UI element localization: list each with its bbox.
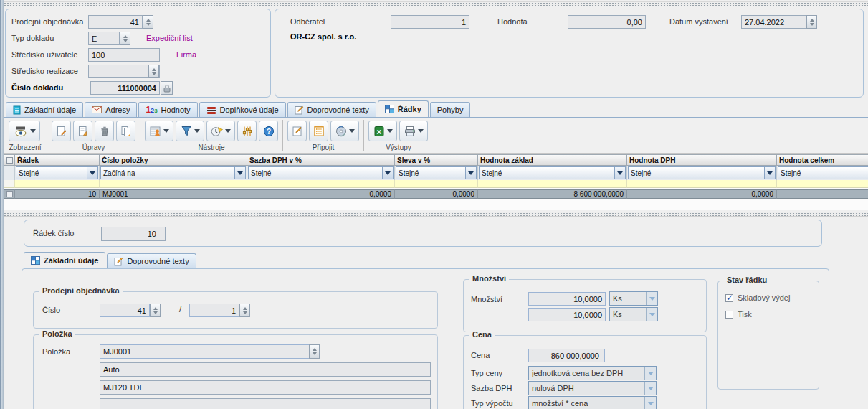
print-button[interactable]: [399, 121, 428, 141]
settings-button[interactable]: [237, 121, 257, 141]
dropdown-arrow-icon[interactable]: [465, 167, 476, 179]
filter-input-radek[interactable]: [15, 180, 100, 188]
row-select-checkbox[interactable]: [6, 191, 13, 197]
column-header-hodnota-dph[interactable]: Hodnota DPH: [627, 154, 777, 166]
tab-adresy[interactable]: Adresy: [85, 102, 137, 117]
history-refresh-button[interactable]: [206, 121, 235, 141]
cell-sazba-dph[interactable]: 0,0000: [247, 189, 395, 199]
stock-issue-checkbox[interactable]: [725, 294, 733, 302]
filter-combo-hodnota-celkem[interactable]: Stejné: [778, 166, 868, 179]
middle-splitter-handle[interactable]: [4, 212, 868, 217]
cell-radek[interactable]: 10: [15, 189, 100, 199]
suborder-number-spinner[interactable]: [239, 304, 250, 317]
edit-record-button[interactable]: [73, 121, 92, 141]
attach-media-button[interactable]: [330, 121, 359, 141]
cell-hodnota-dph[interactable]: 0,0000: [627, 189, 777, 199]
filter-combo-hodnota-dph[interactable]: Stejné: [628, 166, 776, 179]
doc-type-field[interactable]: E: [88, 32, 120, 45]
user-center-field[interactable]: 100: [88, 48, 160, 62]
dropdown-arrow-icon: [644, 397, 656, 409]
dropdown-arrow-icon[interactable]: [234, 167, 245, 179]
column-header-hodnota-zaklad[interactable]: Hodnota základ: [478, 154, 627, 166]
new-record-button[interactable]: [52, 121, 71, 141]
filter-input-cislo-polozky[interactable]: [100, 180, 247, 188]
column-header-radek[interactable]: Řádek: [15, 154, 100, 166]
filter-button[interactable]: [176, 121, 204, 141]
detail-tab-zakladni-udaje[interactable]: Základní údaje: [24, 252, 105, 268]
cell-hodnota-zaklad[interactable]: 8 600 000,0000: [478, 189, 627, 199]
price-field[interactable]: 860 000,0000: [528, 349, 605, 362]
tab-doplnkove-udaje[interactable]: Doplňkové údaje: [199, 102, 286, 117]
vat-rate-combo[interactable]: nulová DPH: [528, 381, 657, 395]
price-groupbox: Cena Cena 860 000,0000 Typ ceny jednotko…: [463, 335, 707, 409]
filter-input-hodnota-dph[interactable]: [627, 180, 777, 188]
filter-input-sazba-dph[interactable]: [247, 180, 395, 188]
dropdown-arrow-icon[interactable]: [764, 167, 775, 179]
cell-sleva[interactable]: 0,0000: [395, 189, 478, 199]
tab-doprovodne-texty[interactable]: Doprovodné texty: [287, 102, 376, 117]
delete-record-button[interactable]: [95, 121, 114, 141]
dropdown-arrow-icon[interactable]: [382, 167, 393, 179]
real-center-spinner[interactable]: [148, 65, 159, 78]
column-header-hodnota-celkem[interactable]: Hodnota celkem: [777, 154, 868, 166]
view-options-button[interactable]: [9, 121, 40, 141]
doc-type-spinner[interactable]: [120, 32, 130, 45]
quantity-field-1[interactable]: 10,0000: [528, 292, 606, 306]
filter-combo-radek[interactable]: Stejné: [16, 166, 98, 179]
print-checkbox[interactable]: [725, 311, 733, 319]
price-type-combo[interactable]: jednotková cena bez DPH: [528, 366, 657, 380]
filter-input-hodnota-celkem[interactable]: [777, 180, 868, 188]
order-number-detail-spinner[interactable]: [150, 304, 161, 317]
table-data-row[interactable]: 10 MJ0001 0,0000 0,0000 8 600 000,0000 0…: [4, 189, 868, 199]
stock-issue-checkbox-row[interactable]: Skladový výdej: [725, 293, 790, 302]
tab-pohyby[interactable]: Pohyby: [430, 102, 471, 117]
filter-combo-sazba-dph[interactable]: Stejné: [248, 166, 394, 179]
item-code-spinner[interactable]: [309, 344, 320, 359]
item-code-field[interactable]: MJ0001: [100, 344, 320, 359]
copy-record-button[interactable]: [116, 121, 135, 141]
dropdown-caret-icon: [194, 129, 200, 133]
filter-combo-sleva[interactable]: Stejné: [396, 166, 477, 179]
svg-text:X: X: [376, 127, 381, 135]
attach-list-button[interactable]: [309, 121, 328, 141]
filter-combo-cislo-polozky[interactable]: Začíná na: [100, 166, 246, 179]
row-number-field[interactable]: 10: [101, 227, 166, 241]
top-splitter-handle[interactable]: [4, 1, 868, 6]
order-number-field[interactable]: 41: [88, 15, 143, 29]
column-header-sazba-dph[interactable]: Sazba DPH v %: [247, 154, 395, 166]
unit-combo-2[interactable]: Ks: [609, 307, 658, 321]
tab-hodnoty[interactable]: 123 Hodnoty: [138, 102, 197, 117]
order-number-spinner[interactable]: [143, 15, 153, 29]
dropdown-caret-icon: [418, 129, 424, 133]
doc-number-lock-button[interactable]: [161, 81, 173, 95]
filter-input-hodnota-zaklad[interactable]: [478, 180, 627, 188]
filter-combo-hodnota-zaklad[interactable]: Stejné: [479, 166, 626, 179]
quantity-field-2[interactable]: 10,0000: [528, 308, 606, 321]
unit-combo-1[interactable]: Ks: [609, 291, 658, 306]
export-excel-button[interactable]: X: [368, 121, 397, 141]
dropdown-arrow-icon[interactable]: [87, 167, 97, 179]
tab-radky[interactable]: Řádky: [378, 100, 429, 117]
column-header-sleva[interactable]: Sleva v %: [395, 154, 478, 166]
doc-number-field[interactable]: 111000004: [90, 81, 160, 95]
attach-note-button[interactable]: [287, 121, 307, 141]
customer-field[interactable]: 1: [391, 15, 469, 29]
dropdown-arrow-icon[interactable]: [614, 167, 625, 179]
cell-hodnota-celkem[interactable]: 8 600 000,0000: [777, 189, 868, 199]
issue-date-field[interactable]: 27.04.2022: [741, 15, 806, 29]
amount-field[interactable]: 0,00: [568, 15, 646, 29]
cell-cislo-polozky[interactable]: MJ0001: [100, 189, 247, 199]
order-number-detail-field[interactable]: 41: [100, 304, 150, 317]
select-all-checkbox[interactable]: [6, 157, 13, 164]
help-button[interactable]: ?: [259, 121, 278, 141]
calc-type-combo[interactable]: množství * cena: [528, 396, 657, 409]
print-checkbox-row[interactable]: Tisk: [725, 310, 752, 319]
issue-date-spinner[interactable]: [806, 15, 817, 29]
suborder-number-field[interactable]: 1: [189, 304, 239, 317]
filter-input-sleva[interactable]: [395, 180, 478, 188]
column-header-cislo-polozky[interactable]: Číslo položky: [100, 154, 247, 166]
detail-tab-doprovodne-texty[interactable]: Doprovodné texty: [107, 253, 196, 268]
batch-actions-button[interactable]: [145, 121, 173, 141]
select-all-cell[interactable]: [4, 154, 15, 166]
tab-zakladni-udaje[interactable]: Základní údaje: [6, 102, 83, 117]
